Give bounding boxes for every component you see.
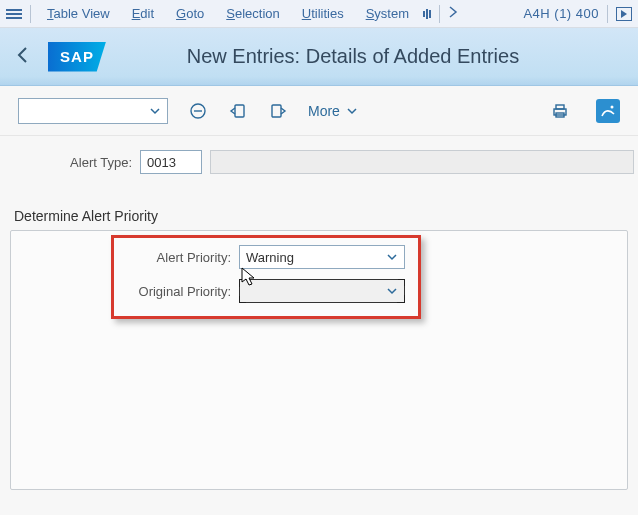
section-title: Determine Alert Priority (14, 208, 628, 224)
menu-utilities[interactable]: Utilities (294, 4, 352, 23)
print-icon[interactable] (550, 101, 570, 121)
sap-logo: SAP (48, 42, 106, 72)
menu-table-view[interactable]: Table View (39, 4, 118, 23)
original-priority-label: Original Priority: (35, 284, 231, 299)
svg-marker-0 (621, 10, 627, 18)
menu-selection[interactable]: Selection (218, 4, 287, 23)
page-title: New Entries: Details of Added Entries (84, 45, 622, 68)
chevron-down-icon (386, 252, 398, 262)
system-id: A4H (1) 400 (523, 6, 599, 21)
column-settings-icon[interactable] (423, 9, 431, 19)
alert-priority-label: Alert Priority: (35, 250, 231, 265)
alert-type-label: Alert Type: (10, 155, 132, 170)
alert-type-description (210, 150, 634, 174)
menubar-divider (607, 5, 608, 23)
menu-system[interactable]: System (358, 4, 417, 23)
toolbar: More (0, 86, 638, 136)
menu-icon[interactable] (6, 8, 22, 20)
back-button[interactable] (16, 46, 30, 68)
next-entry-icon[interactable] (268, 101, 288, 121)
menubar-divider (30, 5, 31, 23)
menubar: Table View Edit Goto Selection Utilities… (0, 0, 638, 28)
view-selector[interactable] (18, 98, 168, 124)
previous-entry-icon[interactable] (228, 101, 248, 121)
original-priority-combo[interactable] (239, 279, 405, 303)
menu-goto[interactable]: Goto (168, 4, 212, 23)
alert-priority-group: Alert Priority: Warning Original Priorit… (10, 230, 628, 490)
alert-priority-value: Warning (246, 250, 294, 265)
form-inner: Alert Priority: Warning Original Priorit… (35, 245, 405, 313)
menubar-divider (439, 5, 440, 23)
play-icon[interactable] (616, 7, 632, 21)
alert-type-row: Alert Type: 0013 (10, 150, 628, 174)
svg-rect-4 (272, 105, 281, 117)
header: SAP New Entries: Details of Added Entrie… (0, 28, 638, 86)
more-button[interactable]: More (308, 103, 358, 119)
original-priority-row: Original Priority: (35, 279, 405, 303)
chevron-down-icon (386, 286, 398, 296)
svg-rect-3 (235, 105, 244, 117)
alert-type-input[interactable]: 0013 (140, 150, 202, 174)
content: Alert Type: 0013 Determine Alert Priorit… (0, 136, 638, 490)
chevron-right-icon[interactable] (448, 6, 458, 21)
alert-priority-row: Alert Priority: Warning (35, 245, 405, 269)
exit-icon[interactable] (596, 99, 620, 123)
menu-edit[interactable]: Edit (124, 4, 162, 23)
alert-priority-combo[interactable]: Warning (239, 245, 405, 269)
minus-circle-icon[interactable] (188, 101, 208, 121)
svg-rect-6 (556, 105, 564, 109)
svg-point-8 (611, 105, 614, 108)
